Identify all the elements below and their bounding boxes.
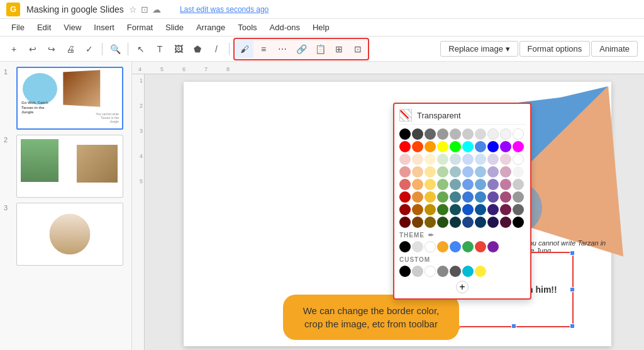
color-dot[interactable] — [475, 141, 486, 152]
image-button[interactable]: 🖼 — [170, 40, 187, 58]
color-dot[interactable] — [487, 191, 499, 203]
theme-color-dot[interactable] — [487, 241, 499, 252]
slide-thumb-2[interactable]: 2 — [4, 135, 128, 198]
color-dot[interactable] — [450, 179, 461, 190]
menu-arrange[interactable]: Arrange — [191, 21, 230, 33]
color-dot[interactable] — [513, 166, 524, 178]
border-dash-button[interactable]: ⋯ — [274, 40, 291, 58]
theme-color-dot[interactable] — [412, 241, 423, 252]
color-dot[interactable] — [450, 141, 461, 152]
animate-button[interactable]: Animate — [591, 41, 638, 57]
color-dot[interactable] — [450, 217, 461, 228]
shapes-button[interactable]: ⬟ — [189, 40, 206, 58]
theme-color-dot[interactable] — [425, 241, 436, 252]
color-dot[interactable] — [437, 179, 448, 190]
color-dot[interactable] — [475, 191, 486, 203]
menu-slide[interactable]: Slide — [160, 21, 189, 33]
handle-bm[interactable] — [511, 324, 516, 329]
color-dot[interactable] — [475, 128, 486, 140]
color-dot[interactable] — [500, 141, 511, 152]
color-dot[interactable] — [437, 166, 448, 178]
slide-thumb-3[interactable]: 3 — [4, 203, 128, 266]
star-icon[interactable]: ☆ — [129, 4, 137, 14]
color-dot[interactable] — [500, 154, 511, 165]
color-dot[interactable] — [513, 128, 524, 140]
color-dot[interactable] — [399, 166, 411, 178]
color-dot[interactable] — [412, 217, 423, 228]
color-dot[interactable] — [425, 166, 436, 178]
border-color-button[interactable]: 🖌 — [236, 40, 253, 58]
menu-tools[interactable]: Tools — [233, 21, 262, 33]
color-dot[interactable] — [462, 179, 474, 190]
cursor-button[interactable]: ↖ — [132, 40, 150, 58]
color-dot[interactable] — [412, 179, 423, 190]
color-dot[interactable] — [500, 166, 511, 178]
color-dot[interactable] — [513, 204, 524, 215]
color-dot[interactable] — [425, 141, 436, 152]
color-dot[interactable] — [437, 204, 448, 215]
theme-color-dot[interactable] — [437, 241, 448, 252]
color-dot[interactable] — [462, 217, 474, 228]
color-dot[interactable] — [450, 191, 461, 203]
replace-image-button[interactable]: Replace image ▾ — [440, 41, 518, 57]
color-dot[interactable] — [462, 128, 474, 140]
color-dot[interactable] — [487, 141, 499, 152]
redo-button[interactable]: ↪ — [43, 40, 60, 58]
mask-button[interactable]: ⊡ — [349, 40, 367, 58]
custom-color-dot[interactable] — [462, 266, 474, 277]
color-dot[interactable] — [500, 204, 511, 215]
border-weight-button[interactable]: ≡ — [255, 40, 272, 58]
color-dot[interactable] — [500, 217, 511, 228]
color-dot[interactable] — [475, 217, 486, 228]
color-dot[interactable] — [450, 166, 461, 178]
color-dot[interactable] — [487, 128, 499, 140]
color-dot[interactable] — [437, 141, 448, 152]
color-dot[interactable] — [450, 128, 461, 140]
color-dot[interactable] — [412, 166, 423, 178]
color-dot[interactable] — [487, 204, 499, 215]
theme-color-dot[interactable] — [462, 241, 474, 252]
color-dot[interactable] — [462, 204, 474, 215]
format-options-button[interactable]: Format options — [519, 41, 591, 57]
theme-edit-icon[interactable]: ✏ — [428, 232, 434, 239]
link-button[interactable]: 🔗 — [292, 40, 310, 58]
color-dot[interactable] — [487, 179, 499, 190]
color-dot[interactable] — [399, 128, 411, 140]
custom-color-dot[interactable] — [399, 266, 411, 277]
color-dot[interactable] — [462, 191, 474, 203]
color-dot[interactable] — [425, 217, 436, 228]
folder-icon[interactable]: ⊡ — [141, 4, 148, 14]
color-dot[interactable] — [425, 154, 436, 165]
add-custom-icon[interactable]: + — [456, 281, 469, 293]
color-dot[interactable] — [412, 128, 423, 140]
color-dot[interactable] — [412, 154, 423, 165]
color-dot[interactable] — [462, 141, 474, 152]
color-dot[interactable] — [475, 154, 486, 165]
color-dot[interactable] — [399, 191, 411, 203]
menu-format[interactable]: Format — [122, 21, 158, 33]
cloud-icon[interactable]: ☁ — [152, 4, 161, 14]
color-dot[interactable] — [437, 128, 448, 140]
theme-color-dot[interactable] — [475, 241, 486, 252]
color-dot[interactable] — [462, 154, 474, 165]
color-dot[interactable] — [399, 217, 411, 228]
color-dot[interactable] — [412, 141, 423, 152]
color-dot[interactable] — [437, 154, 448, 165]
custom-color-dot[interactable] — [425, 266, 436, 277]
custom-color-dot[interactable] — [412, 266, 423, 277]
color-dot[interactable] — [425, 128, 436, 140]
undo-button[interactable]: ↩ — [24, 40, 42, 58]
color-dot[interactable] — [437, 191, 448, 203]
handle-tr[interactable] — [570, 251, 575, 256]
add-button[interactable]: + — [5, 40, 23, 58]
color-dot[interactable] — [450, 204, 461, 215]
color-dot[interactable] — [399, 179, 411, 190]
color-dot[interactable] — [399, 154, 411, 165]
custom-color-dot[interactable] — [475, 266, 486, 277]
color-dot[interactable] — [399, 204, 411, 215]
menu-view[interactable]: View — [58, 21, 86, 33]
color-dot[interactable] — [425, 179, 436, 190]
line-button[interactable]: / — [208, 40, 225, 58]
zoom-button[interactable]: 🔍 — [106, 40, 124, 58]
color-dot[interactable] — [513, 141, 524, 152]
